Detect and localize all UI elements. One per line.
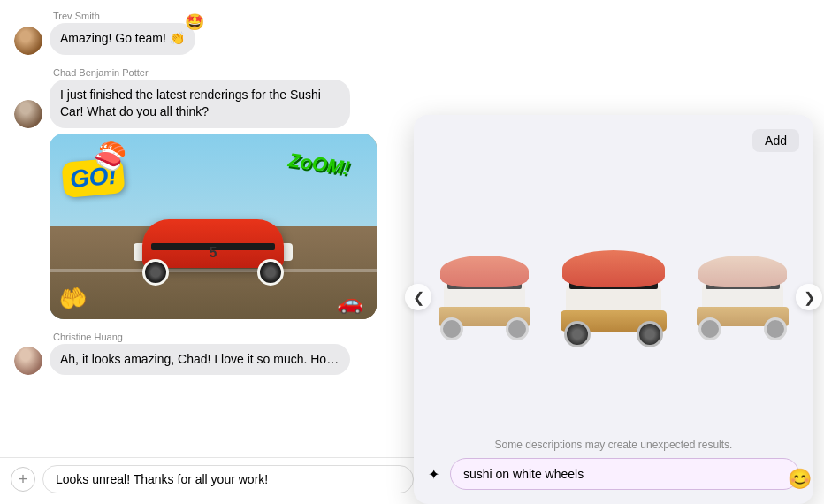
sticker-item-center[interactable] [552, 240, 675, 355]
message-bubble: Ah, it looks amazing, Chad! I love it so… [50, 344, 350, 376]
image-message: GO! ZoOM! 🍣 🤲 🚗 [50, 134, 410, 319]
avatar [14, 27, 42, 55]
panel-disclaimer: Some descriptions may create unexpected … [428, 439, 799, 451]
car-sticker-bottom: 🚗 [337, 290, 363, 315]
car-scene: GO! ZoOM! 🍣 🤲 🚗 [50, 134, 377, 319]
right-arrow-icon: ❯ [804, 289, 815, 306]
sticker-item-left[interactable] [431, 248, 538, 346]
car-wheel-right [257, 259, 284, 286]
right-section: Add ❮ [424, 0, 824, 504]
message-row: I just finished the latest renderings fo… [14, 80, 410, 128]
car-number: 5 [210, 245, 217, 261]
avatar-image-chad [14, 100, 42, 128]
message-group: Christine Huang Ah, it looks amazing, Ch… [14, 332, 410, 376]
message-row: Amazing! Go team! 👏 🤩 [14, 23, 410, 55]
sender-name: Trev Smith [53, 11, 410, 21]
emoji-icon: 😊 [788, 468, 812, 491]
sticker-item-right[interactable] [690, 248, 796, 346]
chat-panel: Trev Smith Amazing! Go team! 👏 🤩 Chad Be… [0, 0, 424, 504]
message-list: Trev Smith Amazing! Go team! 👏 🤩 Chad Be… [0, 11, 424, 450]
add-button[interactable]: + [11, 467, 35, 492]
message-input[interactable] [42, 465, 414, 493]
avatar [14, 347, 42, 375]
sushi-car-image[interactable]: GO! ZoOM! 🍣 🤲 🚗 [50, 134, 377, 319]
panel-input-row: ✦ [428, 458, 799, 490]
add-sticker-button[interactable]: Add [752, 129, 799, 152]
sticker-carousel: ❮ [428, 163, 799, 431]
car-wheel-left [142, 259, 169, 286]
toy-wheel-left-r [698, 317, 721, 340]
toy-wheel-left-c [564, 321, 591, 347]
message-group: Trev Smith Amazing! Go team! 👏 🤩 [14, 11, 410, 55]
emoji-button[interactable]: 😊 [785, 465, 813, 493]
sticker-search-input[interactable] [450, 458, 799, 490]
toy-wheel-right-c [637, 321, 663, 347]
message-bubble: I just finished the latest renderings fo… [50, 80, 350, 128]
toy-fish-c [562, 250, 665, 287]
avatar [14, 100, 42, 128]
sparkle-icon: ✦ [428, 466, 439, 483]
toy-fish [440, 256, 529, 287]
avatar-image-trev [14, 27, 42, 55]
message-group: Chad Benjamin Potter I just finished the… [14, 67, 410, 319]
carousel-prev-button[interactable]: ❮ [405, 284, 431, 310]
message-row: Ah, it looks amazing, Chad! I love it so… [14, 344, 410, 376]
toy-wheel-left [440, 317, 463, 340]
avatar-image-christine [14, 347, 42, 375]
hands-sticker: 🤲 [57, 282, 89, 314]
sticker-items [431, 240, 796, 355]
sticker-panel: Add ❮ [414, 115, 813, 504]
message-bubble: Amazing! Go team! 👏 [50, 23, 195, 55]
input-area: + [0, 457, 424, 504]
sushi-sticker-top: 🍣 [94, 141, 126, 172]
bubble-wrapper: Amazing! Go team! 👏 🤩 [50, 23, 195, 55]
reaction-emoji: 🤩 [185, 12, 204, 32]
carousel-next-button[interactable]: ❯ [796, 284, 822, 310]
left-arrow-icon: ❮ [413, 289, 424, 306]
sushi-toy-left [431, 248, 538, 346]
sushi-toy-center [552, 240, 675, 355]
sender-name: Christine Huang [53, 332, 410, 342]
sushi-toy-right [690, 248, 796, 346]
toy-wheel-right [506, 317, 529, 340]
toy-wheel-right-r [764, 317, 787, 340]
sushi-race-car: 5 [125, 197, 301, 286]
plus-icon: + [19, 470, 28, 489]
toy-fish-r [698, 256, 787, 287]
panel-header: Add [428, 129, 799, 152]
sender-name: Chad Benjamin Potter [53, 67, 410, 78]
